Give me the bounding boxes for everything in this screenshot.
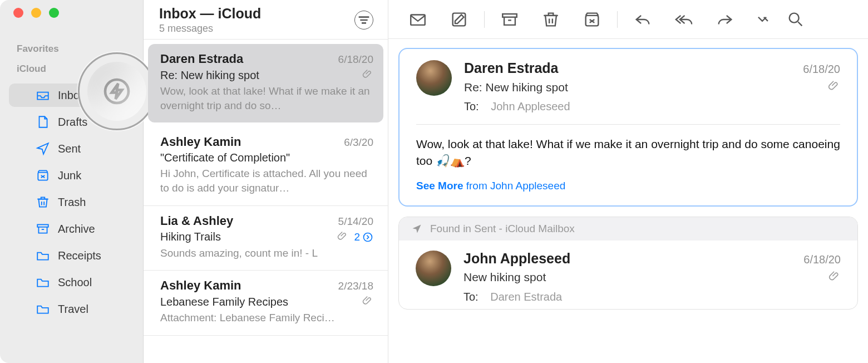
to-label: To: (463, 291, 479, 303)
filter-button[interactable] (354, 11, 373, 30)
sidebar-item-label: Sent (58, 143, 81, 155)
message-item[interactable]: Ashley Kamin 2/23/18 Lebanese Family Rec… (144, 271, 388, 336)
delete-button[interactable] (531, 7, 570, 32)
search-button[interactable] (780, 7, 811, 32)
messages-highlight-circle (78, 52, 156, 130)
archive-box-icon (36, 222, 50, 236)
message-card: Daren Estrada 6/18/20 Re: New hiking spo… (398, 48, 858, 207)
close-window-button[interactable] (13, 8, 23, 18)
trash-icon (36, 195, 50, 209)
sidebar-item-label: Archive (58, 223, 95, 236)
sidebar-item-receipts[interactable]: Receipts (9, 244, 134, 267)
svg-point-2 (105, 80, 129, 103)
attachment-icon (828, 80, 840, 95)
svg-point-8 (790, 13, 799, 22)
attachment-icon (337, 230, 348, 244)
message-list-pane: Inbox — iCloud 5 messages Daren Estrada … (144, 0, 388, 363)
related-message-card: Found in Sent - iCloud Mailbox John Appl… (398, 217, 858, 310)
folder-icon (36, 275, 50, 290)
message-sender: Daren Estrada (160, 52, 243, 66)
message-subject: Re: New hiking spot (160, 69, 259, 82)
zoom-window-button[interactable] (49, 8, 59, 18)
attachment-icon (362, 68, 373, 82)
message-sender: Ashley Kamin (160, 135, 241, 149)
paperplane-icon (36, 141, 50, 156)
message-sender: Lia & Ashley (160, 214, 233, 228)
svg-rect-6 (502, 14, 517, 17)
related-location-text: Found in Sent - iCloud Mailbox (430, 223, 575, 235)
archive-button[interactable] (490, 7, 529, 32)
sidebar: Favorites iCloud Inbox Drafts Sent Junk … (0, 0, 144, 363)
header-date: 6/18/20 (803, 253, 841, 266)
sidebar-item-junk[interactable]: Junk (9, 164, 134, 187)
sidebar-item-label: Trash (58, 196, 86, 209)
forward-button[interactable] (706, 7, 744, 32)
svg-rect-4 (411, 14, 425, 24)
sidebar-item-archive[interactable]: Archive (9, 217, 134, 241)
thread-count: 2 (354, 231, 360, 243)
message-item[interactable]: Lia & Ashley 5/14/20 Hiking Trails 2 Sou… (144, 206, 388, 271)
sidebar-item-sent[interactable]: Sent (9, 137, 134, 160)
more-toolbar-button[interactable] (747, 7, 778, 32)
message-sender: Ashley Kamin (160, 278, 241, 293)
junk-bin-icon (36, 168, 50, 183)
message-subject: Hiking Trails (160, 230, 221, 243)
minimize-window-button[interactable] (31, 8, 41, 18)
reply-button[interactable] (623, 7, 662, 32)
attachment-icon (362, 295, 373, 308)
toolbar-divider (617, 11, 618, 28)
svg-point-3 (364, 233, 372, 241)
header-subject: New hiking spot (463, 271, 546, 284)
message-subject: "Certificate of Completion" (160, 151, 290, 164)
to-value: Daren Estrada (490, 291, 562, 303)
sidebar-item-label: Receipts (58, 249, 101, 262)
mailbox-title: Inbox — iCloud (159, 6, 261, 22)
to-value: John Appleseed (491, 100, 570, 112)
to-label: To: (464, 100, 479, 112)
sidebar-item-label: School (58, 276, 92, 289)
message-body: Wow, look at that lake! What if we make … (416, 136, 840, 170)
message-date: 5/14/20 (338, 215, 373, 228)
see-more-bold: See More (416, 180, 463, 192)
toolbar (388, 0, 868, 39)
sidebar-item-label: Drafts (58, 116, 87, 129)
paperplane-icon (411, 223, 422, 234)
message-item[interactable]: Ashley Kamin 6/3/20 "Certificate of Comp… (144, 127, 388, 205)
header-date: 6/18/20 (803, 63, 840, 76)
attachment-icon (828, 270, 841, 285)
inbox-tray-icon (36, 88, 50, 102)
header-sender: John Appleseed (463, 251, 570, 267)
message-list-header: Inbox — iCloud 5 messages (144, 0, 388, 40)
sidebar-item-travel[interactable]: Travel (9, 297, 134, 321)
document-icon (36, 115, 50, 129)
message-date: 2/23/18 (338, 280, 373, 292)
svg-rect-1 (37, 224, 48, 227)
see-more-link[interactable]: See More from John Appleseed (416, 180, 840, 192)
message-item[interactable]: Daren Estrada 6/18/20 Re: New hiking spo… (148, 44, 383, 122)
messages-bolt-icon (101, 76, 132, 107)
avatar (416, 60, 452, 96)
message-preview: Attachment: Lebanese Family Reci… (160, 311, 373, 325)
message-preview: Hi John, Certificate is attached. All yo… (160, 166, 373, 195)
sidebar-item-trash[interactable]: Trash (9, 190, 134, 214)
sidebar-item-school[interactable]: School (9, 271, 134, 294)
see-more-rest: from John Appleseed (463, 180, 565, 192)
sidebar-item-label: Junk (58, 169, 81, 182)
avatar (416, 251, 451, 286)
new-message-button[interactable] (398, 7, 437, 32)
reply-all-button[interactable] (664, 7, 703, 32)
junk-button[interactable] (573, 7, 611, 32)
header-divider (416, 124, 840, 125)
related-location-bar: Found in Sent - iCloud Mailbox (399, 217, 857, 241)
message-subject: Lebanese Family Recipes (160, 296, 288, 308)
message-date: 6/3/20 (344, 136, 373, 149)
message-preview: Wow, look at that lake! What if we make … (160, 84, 373, 112)
folder-icon (36, 248, 50, 263)
compose-button[interactable] (440, 7, 479, 32)
toolbar-divider (484, 11, 485, 28)
reading-pane: Daren Estrada 6/18/20 Re: New hiking spo… (388, 0, 868, 363)
thread-count-badge[interactable]: 2 (354, 231, 373, 243)
message-date: 6/18/20 (338, 53, 373, 66)
header-subject: Re: New hiking spot (464, 81, 568, 94)
mailbox-count: 5 messages (159, 23, 261, 35)
